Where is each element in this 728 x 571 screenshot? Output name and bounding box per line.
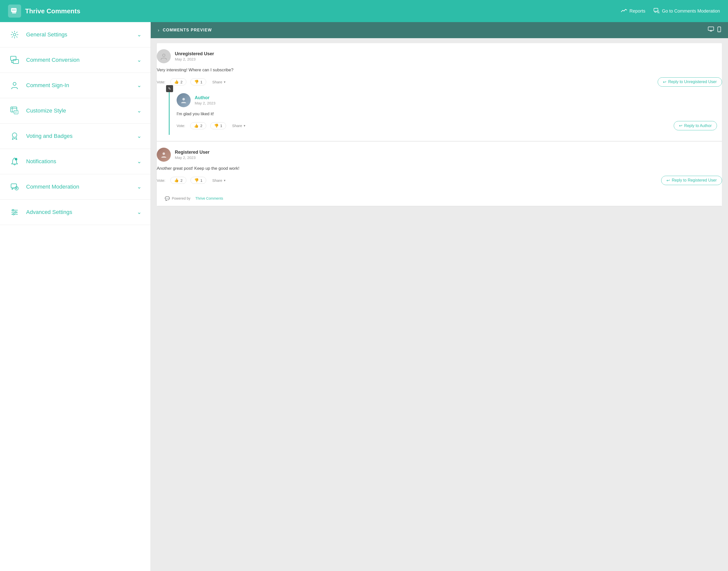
- advanced-settings-icon: [9, 207, 20, 218]
- svg-rect-30: [708, 27, 714, 30]
- logo-icon: [8, 5, 21, 18]
- share-btn-1[interactable]: Share ▾: [212, 80, 226, 84]
- svg-point-4: [15, 10, 16, 11]
- unregistered-username: Unregistered User: [175, 51, 214, 56]
- reply-icon-author: ↩: [679, 123, 682, 128]
- author-reply-header: Author May 2, 2023: [177, 93, 717, 107]
- vote-down-count-1: 1: [200, 80, 202, 84]
- sidebar: General Settings ⌄ Comment Conversion ⌄: [0, 22, 151, 571]
- preview-title: COMMENTS PREVIEW: [163, 28, 704, 32]
- svg-point-28: [15, 211, 16, 213]
- vote-down-count-2: 1: [200, 178, 202, 183]
- moderation-icon: [653, 8, 659, 15]
- chevron-down-icon-6: ⌄: [137, 158, 141, 165]
- comment-conversion-icon: [9, 54, 20, 66]
- share-btn-2[interactable]: Share ▾: [212, 178, 226, 183]
- author-reply-wrapper: ✎ Author May 2, 2023: [169, 89, 722, 135]
- share-chevron-icon: ▾: [224, 80, 226, 84]
- vote-up-count-author: 2: [200, 124, 202, 128]
- vote-down-btn-2[interactable]: 👎 1: [190, 177, 206, 184]
- svg-point-2: [12, 10, 13, 11]
- sidebar-label-comment-moderation: Comment Moderation: [26, 184, 137, 190]
- share-btn-author[interactable]: Share ▾: [232, 124, 245, 128]
- chevron-down-icon-8: ⌄: [137, 209, 141, 215]
- svg-line-23: [16, 188, 17, 189]
- registered-date: May 2, 2023: [175, 155, 210, 160]
- reply-unregistered-btn[interactable]: ↩ Reply to Unregistered User: [658, 77, 722, 87]
- header-left: Thrive Comments: [8, 5, 80, 18]
- sidebar-item-voting-badges[interactable]: Voting and Badges ⌄: [0, 124, 150, 149]
- vote-down-count-author: 1: [220, 124, 222, 128]
- svg-rect-15: [14, 110, 18, 114]
- powered-by-icon: 💬: [165, 196, 170, 201]
- sidebar-item-comment-conversion[interactable]: Comment Conversion ⌄: [0, 47, 150, 73]
- svg-point-37: [163, 152, 165, 155]
- sign-in-icon: [9, 80, 20, 91]
- svg-point-11: [13, 82, 16, 85]
- vote-down-btn-1[interactable]: 👎 1: [190, 78, 206, 85]
- unregistered-date: May 2, 2023: [175, 57, 214, 61]
- reply-icon-1: ↩: [663, 80, 666, 84]
- vote-up-btn-1[interactable]: 👍 2: [170, 78, 186, 85]
- app-header: Thrive Comments Reports Go to Comments M…: [0, 0, 728, 22]
- svg-point-29: [13, 213, 14, 215]
- nav-reports[interactable]: Reports: [621, 8, 645, 14]
- preview-chevron-icon: ›: [158, 28, 159, 33]
- moderation-label: Go to Comments Moderation: [662, 9, 720, 14]
- share-label-1: Share: [212, 80, 222, 84]
- sidebar-item-comment-sign-in[interactable]: Comment Sign-In ⌄: [0, 73, 150, 98]
- comment-registered: Registered User May 2, 2023 Another grea…: [157, 142, 722, 191]
- svg-point-19: [15, 158, 17, 160]
- vote-up-count-2: 2: [180, 178, 182, 183]
- author-meta: Author May 2, 2023: [195, 95, 216, 105]
- gear-icon: [9, 29, 20, 40]
- vote-down-btn-author[interactable]: 👎 1: [210, 122, 226, 129]
- reply-icon-2: ↩: [666, 178, 670, 183]
- preview-device-icons: [708, 27, 721, 34]
- vote-up-count-1: 2: [180, 80, 182, 84]
- app-title: Thrive Comments: [25, 7, 80, 15]
- thumbs-up-icon-2: 👍: [174, 178, 179, 183]
- svg-point-18: [12, 133, 17, 137]
- sidebar-item-advanced-settings[interactable]: Advanced Settings ⌄: [0, 200, 150, 225]
- vote-up-btn-2[interactable]: 👍 2: [170, 177, 186, 184]
- vote-label-author: Vote:: [177, 124, 185, 128]
- reply-registered-label: Reply to Registered User: [672, 178, 717, 183]
- powered-by-link[interactable]: Thrive Comments: [195, 196, 223, 200]
- nav-moderation[interactable]: Go to Comments Moderation: [653, 8, 720, 15]
- sidebar-label-voting-badges: Voting and Badges: [26, 133, 137, 139]
- reply-registered-btn[interactable]: ↩ Reply to Registered User: [661, 176, 722, 185]
- author-reply-text: I'm glad you liked it!: [177, 111, 717, 117]
- sidebar-item-comment-moderation[interactable]: Comment Moderation ⌄: [0, 174, 150, 200]
- chevron-down-icon-2: ⌄: [137, 57, 141, 63]
- registered-avatar: [157, 148, 171, 162]
- svg-point-3: [14, 10, 14, 11]
- desktop-icon[interactable]: [708, 27, 714, 34]
- comment-unregistered: Unregistered User May 2, 2023 Very inter…: [157, 43, 722, 141]
- header-nav: Reports Go to Comments Moderation: [621, 8, 720, 15]
- svg-point-36: [182, 98, 185, 100]
- sidebar-label-customize-style: Customize Style: [26, 107, 137, 114]
- reply-author-btn[interactable]: ↩ Reply to Author: [674, 121, 717, 130]
- author-avatar: [177, 93, 191, 107]
- reply-unregistered-label: Reply to Unregistered User: [668, 80, 717, 84]
- unregistered-text: Very interesting! Where can I subscribe?: [157, 67, 722, 73]
- sidebar-item-general-settings[interactable]: General Settings ⌄: [0, 22, 150, 47]
- vote-label-2: Vote:: [157, 178, 165, 183]
- sidebar-label-general-settings: General Settings: [26, 31, 137, 38]
- notifications-icon: [9, 156, 20, 167]
- sidebar-label-comment-sign-in: Comment Sign-In: [26, 82, 137, 89]
- vote-up-btn-author[interactable]: 👍 2: [190, 122, 206, 129]
- thumbs-up-icon-author: 👍: [194, 124, 199, 128]
- author-reply-inner: Author May 2, 2023 I'm glad you liked it…: [170, 89, 722, 135]
- mobile-icon[interactable]: [717, 27, 721, 34]
- share-label-author: Share: [232, 124, 242, 128]
- chevron-down-icon-5: ⌄: [137, 133, 141, 139]
- svg-rect-1: [12, 11, 16, 14]
- sidebar-item-notifications[interactable]: Notifications ⌄: [0, 149, 150, 174]
- edit-badge: ✎: [166, 85, 173, 92]
- unregistered-avatar: [157, 49, 171, 63]
- sidebar-item-customize-style[interactable]: Customize Style ⌄: [0, 98, 150, 124]
- thumbs-down-icon-2: 👎: [194, 178, 199, 183]
- registered-meta: Registered User May 2, 2023: [175, 150, 210, 160]
